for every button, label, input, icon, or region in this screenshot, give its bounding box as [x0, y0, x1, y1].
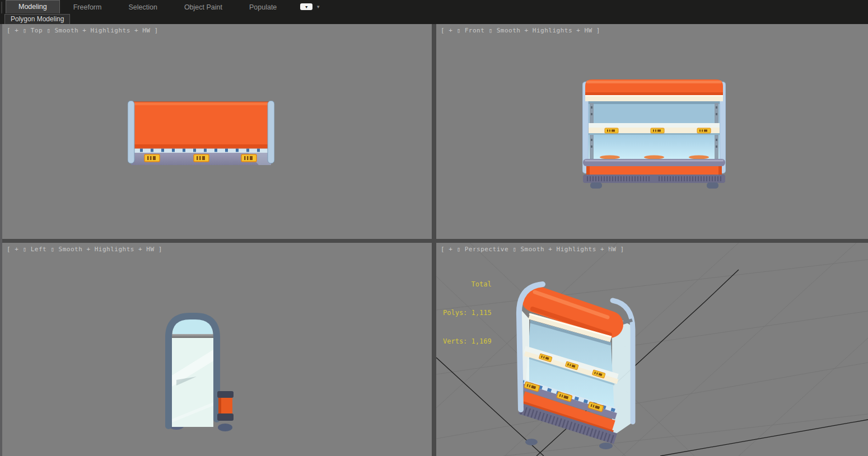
perspective-scene[interactable] — [436, 243, 868, 456]
viewport-label-top[interactable]: [ + ▯ Top ▯ Smooth + Highlights + HW ] — [7, 27, 158, 34]
ribbon-tab-object-paint[interactable]: Object Paint — [171, 1, 236, 13]
top-right-post — [268, 101, 274, 163]
front-shelf — [589, 123, 720, 135]
ribbon-tab-selection[interactable]: Selection — [115, 1, 170, 13]
ribbon-tab-freeform[interactable]: Freeform — [60, 1, 115, 13]
home-grid — [436, 243, 868, 456]
front-canopy — [585, 79, 723, 101]
panel-tab-polygon-modeling[interactable]: Polygon Modeling — [4, 14, 70, 25]
model-left-view[interactable] — [164, 309, 235, 431]
viewport-label-front[interactable]: [ + ▯ Front ▯ Smooth + Highlights + HW ] — [441, 27, 600, 34]
viewport-front[interactable]: [ + ▯ Front ▯ Smooth + Highlights + HW ] — [436, 24, 868, 239]
ribbon-tab-row: Modeling Freeform Selection Object Paint… — [6, 0, 320, 13]
viewport-left[interactable]: [ + ▯ Left ▯ Smooth + Highlights + HW ] — [2, 243, 432, 456]
left-view-foot-back — [218, 424, 232, 431]
max-ribbon-viewport-window: Modeling Freeform Selection Object Paint… — [0, 0, 868, 456]
ribbon: Modeling Freeform Selection Object Paint… — [0, 0, 868, 24]
left-view-base-side — [217, 391, 234, 421]
ribbon-toggle-group: ▼ ▼ — [300, 0, 320, 13]
front-base — [583, 159, 725, 189]
top-canopy — [132, 102, 270, 148]
ribbon-tab-modeling[interactable]: Modeling — [6, 0, 60, 13]
model-perspective-view — [519, 284, 633, 449]
model-front-view[interactable] — [582, 78, 726, 189]
viewport-perspective[interactable]: [ + ▯ Perspective ▯ Smooth + Highlights … — [436, 243, 868, 456]
viewport-top[interactable]: [ + ▯ Top ▯ Smooth + Highlights + HW ] — [2, 24, 432, 239]
left-view-glass — [172, 317, 213, 427]
top-left-post — [128, 101, 134, 163]
model-top-view[interactable] — [128, 101, 274, 166]
ribbon-panel-row: Polygon Modeling — [0, 13, 868, 24]
ribbon-options-caret-icon[interactable]: ▼ — [316, 4, 320, 10]
ribbon-tab-populate[interactable]: Populate — [236, 1, 290, 13]
ribbon-minimize-icon[interactable]: ▼ — [300, 3, 312, 10]
viewport-label-left[interactable]: [ + ▯ Left ▯ Smooth + Highlights + HW ] — [7, 246, 162, 253]
